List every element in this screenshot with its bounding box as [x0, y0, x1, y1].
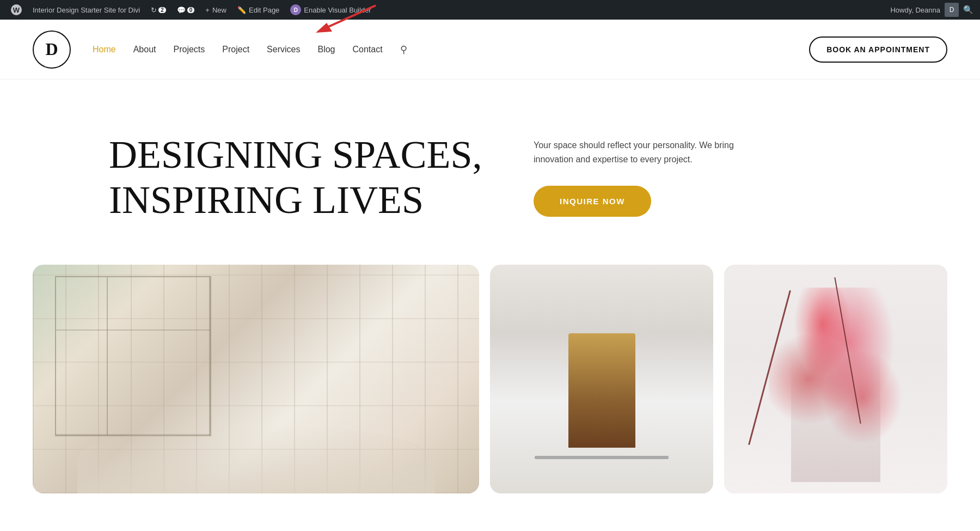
logo-area[interactable]: D	[33, 30, 71, 69]
divi-icon: D	[290, 4, 301, 15]
edit-page-label: Edit Page	[249, 6, 279, 14]
window-grid-detail	[55, 276, 211, 436]
nav-search-icon[interactable]: ⚲	[400, 44, 407, 56]
new-label: New	[212, 6, 226, 14]
nav-home[interactable]: Home	[93, 45, 116, 54]
site-title-item[interactable]: Interior Design Starter Site for Divi	[28, 0, 144, 20]
gallery-section	[0, 265, 980, 515]
logo-circle: D	[33, 30, 71, 69]
plus-icon: +	[205, 6, 210, 14]
gallery-item-3	[724, 265, 947, 493]
nav-blog[interactable]: Blog	[317, 45, 335, 54]
refresh-icon: ↻	[151, 6, 157, 14]
avatar: D	[945, 3, 959, 17]
refresh-count: 2	[158, 7, 166, 13]
admin-bar-right: Howdy, Deanna D 🔍	[890, 3, 973, 17]
living-room-image	[33, 265, 479, 493]
site-title-text: Interior Design Starter Site for Divi	[33, 6, 140, 14]
comment-count: 0	[187, 7, 195, 13]
refresh-item[interactable]: ↻ 2	[146, 0, 170, 20]
comment-icon: 💬	[177, 6, 186, 14]
comment-item[interactable]: 💬 0	[173, 0, 199, 20]
logo-letter: D	[45, 39, 58, 59]
nav-about[interactable]: About	[133, 45, 156, 54]
inquire-now-button[interactable]: INQUIRE NOW	[534, 186, 651, 217]
admin-bar: W Interior Design Starter Site for Divi …	[0, 0, 980, 20]
book-appointment-button[interactable]: BOOK AN APPOINTMENT	[809, 36, 947, 63]
hero-section: DESIGNING SPACES, INSPIRING LIVES Your s…	[0, 80, 980, 265]
pencil-icon: ✏️	[237, 6, 246, 14]
nav-projects[interactable]: Projects	[174, 45, 205, 54]
hero-title-line2: INSPIRING LIVES	[109, 178, 490, 223]
gallery-item-1	[33, 265, 479, 493]
new-item[interactable]: + New	[201, 0, 231, 20]
nav-contact[interactable]: Contact	[352, 45, 382, 54]
wordpress-icon: W	[11, 4, 22, 15]
search-icon[interactable]: 🔍	[963, 5, 973, 15]
hero-right: Your space should reflect your personali…	[490, 138, 762, 217]
nav-project[interactable]: Project	[222, 45, 249, 54]
gallery-item-2	[490, 265, 713, 493]
visual-builder-item[interactable]: D Enable Visual Builder	[286, 0, 375, 20]
floral-image	[724, 265, 947, 493]
site-header: D Home About Projects Project Services B…	[0, 20, 980, 80]
branch-decoration-2	[834, 277, 861, 424]
visual-builder-label: Enable Visual Builder	[304, 6, 371, 14]
hero-description: Your space should reflect your personali…	[534, 138, 762, 166]
admin-bar-left: W Interior Design Starter Site for Divi …	[7, 0, 890, 20]
wp-logo-item[interactable]: W	[7, 0, 26, 20]
hero-title: DESIGNING SPACES, INSPIRING LIVES	[109, 132, 490, 223]
nav-services[interactable]: Services	[267, 45, 300, 54]
main-nav: Home About Projects Project Services Blo…	[93, 44, 809, 56]
branch-decoration-1	[748, 290, 791, 445]
hero-title-line1: DESIGNING SPACES,	[109, 132, 490, 178]
greeting-text: Howdy, Deanna	[890, 6, 940, 14]
edit-page-item[interactable]: ✏️ Edit Page	[233, 0, 284, 20]
dining-image	[490, 265, 713, 493]
